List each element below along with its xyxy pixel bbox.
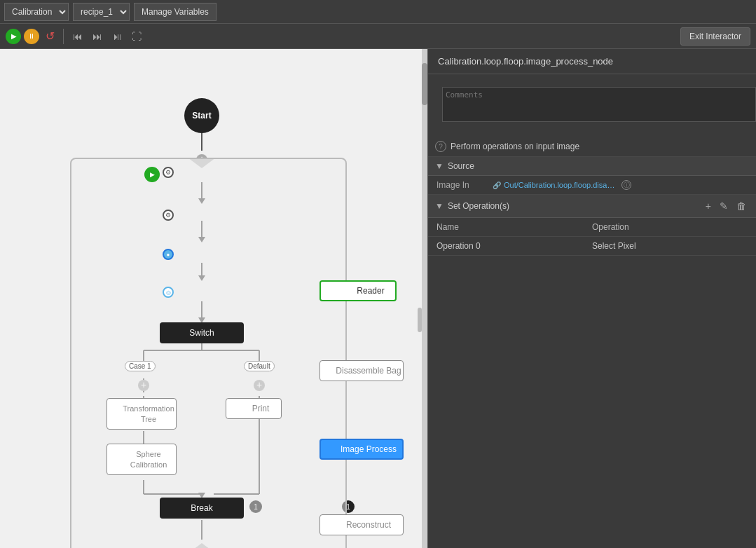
panel-body: ? Perform operations on input image ▼ So… [428, 74, 756, 548]
reader-label: Reader [357, 286, 384, 296]
image-in-path: Out/Calibration.loop.floop.disassemble_b… [504, 181, 616, 189]
comments-input[interactable] [442, 87, 756, 122]
reconstruct-label: Reconstruct [346, 520, 391, 530]
info-row: ? Perform operations on input image [428, 137, 756, 157]
edit-operation-button[interactable]: ✎ [717, 199, 731, 213]
skip-forward-icon: ⏭ [92, 31, 102, 42]
link-icon: 🔗 [493, 181, 501, 189]
play-icon: ▶ [11, 32, 17, 40]
refresh-icon: ↺ [46, 29, 55, 43]
case1-label: Case 1 [125, 361, 156, 371]
sphere-cal-node-container: ● Sphere Calibration [106, 444, 177, 475]
break-label: Break [191, 503, 212, 513]
start-node: Start [184, 98, 219, 133]
image-process-node[interactable]: Image Process [319, 439, 404, 460]
operation-name-cell: Operation 0 [437, 241, 592, 251]
print-node[interactable]: Print [226, 398, 282, 419]
source-section-header[interactable]: ▼ Source [428, 157, 756, 176]
pause-icon: ⏸ [28, 32, 35, 40]
source-label: Source [448, 161, 474, 171]
reader-gear-icon: ⚙ [163, 167, 174, 178]
canvas-scroll[interactable]: + [0, 49, 427, 548]
toolbar: ▶ ⏸ ↺ ⏮ ⏭ ⏯ ⛶ Exit Interactor [0, 24, 756, 49]
table-header: Name Operation [428, 218, 756, 237]
disassemble-label: Disassemble Bag [336, 366, 401, 376]
main-content: + [0, 49, 756, 548]
break-node[interactable]: Break [160, 498, 244, 519]
transform-node-container: ⚙ Transformation Tree [106, 398, 177, 430]
camera-icon: ⛶ [132, 31, 142, 42]
transform-label: Transformation Tree [121, 404, 176, 424]
calibration-dropdown[interactable]: Calibration [4, 3, 69, 21]
set-ops-triangle-icon: ▼ [435, 201, 444, 211]
skip-start-button[interactable]: ⏮ [69, 29, 86, 44]
comments-section [428, 74, 756, 137]
canvas-inner: + [0, 49, 427, 548]
image-process-label: Image Process [341, 444, 397, 454]
table-row[interactable]: Operation 0 Select Pixel [428, 237, 756, 256]
print-label: Print [252, 404, 270, 413]
set-operations-header: ▼ Set Operation(s) + ✎ 🗑 [428, 195, 756, 218]
step-icon: ⏯ [112, 31, 122, 42]
skip-forward-button[interactable]: ⏭ [89, 29, 106, 44]
switch-label: Switch [189, 328, 214, 338]
reader-play-icon: ▶ [144, 167, 160, 182]
disassemble-node[interactable]: Disassemble Bag [319, 360, 404, 381]
image-in-label: Image In [437, 180, 493, 190]
default-label: Default [244, 361, 275, 371]
print-node-container: ⚙ Print [226, 398, 282, 419]
set-operations-label: Set Operation(s) [448, 201, 509, 211]
panel-title: Calibration.loop.floop.image_process_nod… [428, 49, 756, 74]
operation-value-cell: Select Pixel [592, 241, 748, 251]
top-bar: Calibration recipe_1 Manage Variables [0, 0, 756, 24]
right-panel: Calibration.loop.floop.image_process_nod… [427, 49, 756, 548]
reconstruct-node[interactable]: Reconstruct [319, 514, 404, 535]
col-name-header: Name [437, 222, 592, 232]
step-button[interactable]: ⏯ [109, 29, 125, 44]
scrollbar-track[interactable] [422, 49, 427, 548]
info-text: Perform operations on input image [451, 142, 579, 151]
sphere-cal-node[interactable]: Sphere Calibration [106, 444, 177, 475]
image-in-row: Image In 🔗 Out/Calibration.loop.floop.di… [428, 176, 756, 195]
play-button[interactable]: ▶ [6, 29, 21, 44]
add-operation-button[interactable]: + [703, 199, 714, 213]
svg-text:1: 1 [346, 503, 350, 511]
refresh-button[interactable]: ↺ [42, 29, 57, 44]
image-in-info-icon: ⓘ [621, 180, 631, 190]
pause-button[interactable]: ⏸ [24, 29, 39, 44]
exit-interactor-button[interactable]: Exit Interactor [680, 27, 750, 46]
reader-node[interactable]: Reader [319, 280, 397, 301]
transform-node[interactable]: Transformation Tree [106, 398, 177, 430]
source-triangle-icon: ▼ [435, 161, 444, 171]
image-in-value: 🔗 Out/Calibration.loop.floop.disassemble… [493, 180, 748, 190]
loop-box [70, 158, 347, 548]
camera-button[interactable]: ⛶ [128, 29, 145, 44]
delete-operation-button[interactable]: 🗑 [734, 199, 749, 213]
reconstruct-icon: ◎ [163, 287, 174, 298]
canvas-area: + [0, 49, 427, 548]
skip-start-icon: ⏮ [73, 31, 83, 42]
switch-node[interactable]: Switch [160, 322, 244, 343]
toolbar-divider [63, 29, 64, 44]
start-label: Start [192, 111, 211, 121]
manage-variables-button[interactable]: Manage Variables [134, 3, 217, 21]
recipe-dropdown[interactable]: recipe_1 [73, 3, 130, 21]
collapse-handle[interactable] [418, 308, 422, 332]
scrollbar-thumb[interactable] [422, 63, 427, 105]
sphere-cal-label: Sphere Calibration [121, 449, 176, 470]
help-icon: ? [435, 141, 446, 152]
image-process-icon: ● [163, 249, 174, 260]
col-operation-header: Operation [592, 222, 748, 232]
disassemble-gear-icon: ⚙ [163, 210, 174, 221]
